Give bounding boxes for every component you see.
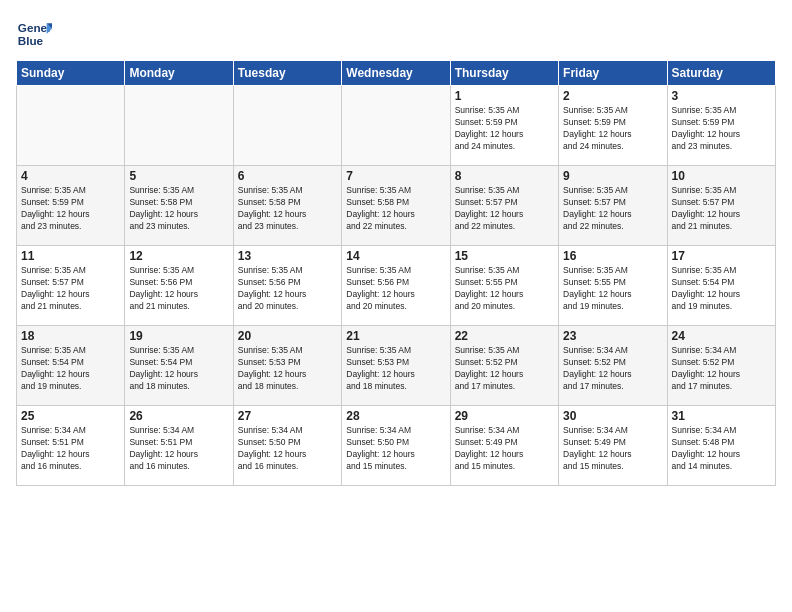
day-info: Sunrise: 5:35 AMSunset: 5:57 PMDaylight:… — [563, 185, 662, 233]
day-number: 30 — [563, 409, 662, 423]
day-info: Sunrise: 5:35 AMSunset: 5:58 PMDaylight:… — [129, 185, 228, 233]
day-number: 6 — [238, 169, 337, 183]
calendar-week-row: 4Sunrise: 5:35 AMSunset: 5:59 PMDaylight… — [17, 166, 776, 246]
calendar-day-cell: 6Sunrise: 5:35 AMSunset: 5:58 PMDaylight… — [233, 166, 341, 246]
calendar-day-cell: 14Sunrise: 5:35 AMSunset: 5:56 PMDayligh… — [342, 246, 450, 326]
logo: General Blue — [16, 16, 52, 52]
weekday-header-row: SundayMondayTuesdayWednesdayThursdayFrid… — [17, 61, 776, 86]
calendar-day-cell: 27Sunrise: 5:34 AMSunset: 5:50 PMDayligh… — [233, 406, 341, 486]
calendar-day-cell: 1Sunrise: 5:35 AMSunset: 5:59 PMDaylight… — [450, 86, 558, 166]
day-info: Sunrise: 5:35 AMSunset: 5:57 PMDaylight:… — [21, 265, 120, 313]
calendar-day-cell: 25Sunrise: 5:34 AMSunset: 5:51 PMDayligh… — [17, 406, 125, 486]
day-info: Sunrise: 5:34 AMSunset: 5:50 PMDaylight:… — [238, 425, 337, 473]
day-number: 31 — [672, 409, 771, 423]
page-header: General Blue — [16, 16, 776, 52]
day-number: 24 — [672, 329, 771, 343]
day-info: Sunrise: 5:35 AMSunset: 5:54 PMDaylight:… — [21, 345, 120, 393]
calendar-day-cell — [342, 86, 450, 166]
calendar-day-cell — [233, 86, 341, 166]
day-number: 26 — [129, 409, 228, 423]
weekday-header-tuesday: Tuesday — [233, 61, 341, 86]
calendar-day-cell: 30Sunrise: 5:34 AMSunset: 5:49 PMDayligh… — [559, 406, 667, 486]
weekday-header-saturday: Saturday — [667, 61, 775, 86]
calendar-day-cell: 31Sunrise: 5:34 AMSunset: 5:48 PMDayligh… — [667, 406, 775, 486]
day-info: Sunrise: 5:35 AMSunset: 5:56 PMDaylight:… — [238, 265, 337, 313]
day-info: Sunrise: 5:35 AMSunset: 5:52 PMDaylight:… — [455, 345, 554, 393]
day-number: 8 — [455, 169, 554, 183]
weekday-header-wednesday: Wednesday — [342, 61, 450, 86]
day-info: Sunrise: 5:35 AMSunset: 5:59 PMDaylight:… — [21, 185, 120, 233]
day-info: Sunrise: 5:35 AMSunset: 5:59 PMDaylight:… — [455, 105, 554, 153]
day-number: 22 — [455, 329, 554, 343]
day-number: 21 — [346, 329, 445, 343]
day-info: Sunrise: 5:35 AMSunset: 5:55 PMDaylight:… — [563, 265, 662, 313]
svg-text:Blue: Blue — [18, 34, 44, 47]
calendar-day-cell: 17Sunrise: 5:35 AMSunset: 5:54 PMDayligh… — [667, 246, 775, 326]
day-info: Sunrise: 5:35 AMSunset: 5:57 PMDaylight:… — [672, 185, 771, 233]
calendar-day-cell: 2Sunrise: 5:35 AMSunset: 5:59 PMDaylight… — [559, 86, 667, 166]
calendar-day-cell: 19Sunrise: 5:35 AMSunset: 5:54 PMDayligh… — [125, 326, 233, 406]
calendar-day-cell: 24Sunrise: 5:34 AMSunset: 5:52 PMDayligh… — [667, 326, 775, 406]
day-info: Sunrise: 5:35 AMSunset: 5:55 PMDaylight:… — [455, 265, 554, 313]
weekday-header-friday: Friday — [559, 61, 667, 86]
day-info: Sunrise: 5:35 AMSunset: 5:56 PMDaylight:… — [346, 265, 445, 313]
calendar-day-cell: 12Sunrise: 5:35 AMSunset: 5:56 PMDayligh… — [125, 246, 233, 326]
day-number: 1 — [455, 89, 554, 103]
calendar-day-cell: 9Sunrise: 5:35 AMSunset: 5:57 PMDaylight… — [559, 166, 667, 246]
calendar-day-cell: 8Sunrise: 5:35 AMSunset: 5:57 PMDaylight… — [450, 166, 558, 246]
day-info: Sunrise: 5:34 AMSunset: 5:51 PMDaylight:… — [21, 425, 120, 473]
day-number: 20 — [238, 329, 337, 343]
calendar-day-cell: 4Sunrise: 5:35 AMSunset: 5:59 PMDaylight… — [17, 166, 125, 246]
day-number: 7 — [346, 169, 445, 183]
day-info: Sunrise: 5:35 AMSunset: 5:53 PMDaylight:… — [346, 345, 445, 393]
day-number: 14 — [346, 249, 445, 263]
day-info: Sunrise: 5:35 AMSunset: 5:59 PMDaylight:… — [563, 105, 662, 153]
day-info: Sunrise: 5:35 AMSunset: 5:59 PMDaylight:… — [672, 105, 771, 153]
calendar-day-cell: 10Sunrise: 5:35 AMSunset: 5:57 PMDayligh… — [667, 166, 775, 246]
logo-icon: General Blue — [16, 16, 52, 52]
weekday-header-thursday: Thursday — [450, 61, 558, 86]
calendar-day-cell: 11Sunrise: 5:35 AMSunset: 5:57 PMDayligh… — [17, 246, 125, 326]
weekday-header-monday: Monday — [125, 61, 233, 86]
calendar-day-cell — [125, 86, 233, 166]
calendar-day-cell: 21Sunrise: 5:35 AMSunset: 5:53 PMDayligh… — [342, 326, 450, 406]
calendar-day-cell — [17, 86, 125, 166]
calendar-day-cell: 5Sunrise: 5:35 AMSunset: 5:58 PMDaylight… — [125, 166, 233, 246]
day-number: 28 — [346, 409, 445, 423]
day-info: Sunrise: 5:34 AMSunset: 5:52 PMDaylight:… — [672, 345, 771, 393]
calendar-day-cell: 20Sunrise: 5:35 AMSunset: 5:53 PMDayligh… — [233, 326, 341, 406]
calendar-day-cell: 3Sunrise: 5:35 AMSunset: 5:59 PMDaylight… — [667, 86, 775, 166]
calendar-week-row: 25Sunrise: 5:34 AMSunset: 5:51 PMDayligh… — [17, 406, 776, 486]
calendar-day-cell: 28Sunrise: 5:34 AMSunset: 5:50 PMDayligh… — [342, 406, 450, 486]
day-info: Sunrise: 5:34 AMSunset: 5:48 PMDaylight:… — [672, 425, 771, 473]
day-number: 12 — [129, 249, 228, 263]
calendar-week-row: 1Sunrise: 5:35 AMSunset: 5:59 PMDaylight… — [17, 86, 776, 166]
day-number: 25 — [21, 409, 120, 423]
calendar-day-cell: 26Sunrise: 5:34 AMSunset: 5:51 PMDayligh… — [125, 406, 233, 486]
calendar-day-cell: 23Sunrise: 5:34 AMSunset: 5:52 PMDayligh… — [559, 326, 667, 406]
calendar-day-cell: 22Sunrise: 5:35 AMSunset: 5:52 PMDayligh… — [450, 326, 558, 406]
day-info: Sunrise: 5:34 AMSunset: 5:49 PMDaylight:… — [563, 425, 662, 473]
day-number: 4 — [21, 169, 120, 183]
day-info: Sunrise: 5:35 AMSunset: 5:56 PMDaylight:… — [129, 265, 228, 313]
day-number: 5 — [129, 169, 228, 183]
calendar-week-row: 11Sunrise: 5:35 AMSunset: 5:57 PMDayligh… — [17, 246, 776, 326]
day-info: Sunrise: 5:34 AMSunset: 5:51 PMDaylight:… — [129, 425, 228, 473]
day-number: 2 — [563, 89, 662, 103]
calendar-week-row: 18Sunrise: 5:35 AMSunset: 5:54 PMDayligh… — [17, 326, 776, 406]
day-number: 19 — [129, 329, 228, 343]
day-number: 3 — [672, 89, 771, 103]
day-info: Sunrise: 5:34 AMSunset: 5:50 PMDaylight:… — [346, 425, 445, 473]
day-number: 10 — [672, 169, 771, 183]
day-number: 16 — [563, 249, 662, 263]
day-info: Sunrise: 5:35 AMSunset: 5:53 PMDaylight:… — [238, 345, 337, 393]
day-number: 23 — [563, 329, 662, 343]
calendar-day-cell: 13Sunrise: 5:35 AMSunset: 5:56 PMDayligh… — [233, 246, 341, 326]
day-number: 17 — [672, 249, 771, 263]
calendar-day-cell: 7Sunrise: 5:35 AMSunset: 5:58 PMDaylight… — [342, 166, 450, 246]
day-info: Sunrise: 5:35 AMSunset: 5:58 PMDaylight:… — [238, 185, 337, 233]
day-info: Sunrise: 5:34 AMSunset: 5:49 PMDaylight:… — [455, 425, 554, 473]
calendar-day-cell: 16Sunrise: 5:35 AMSunset: 5:55 PMDayligh… — [559, 246, 667, 326]
day-info: Sunrise: 5:35 AMSunset: 5:54 PMDaylight:… — [672, 265, 771, 313]
day-number: 15 — [455, 249, 554, 263]
